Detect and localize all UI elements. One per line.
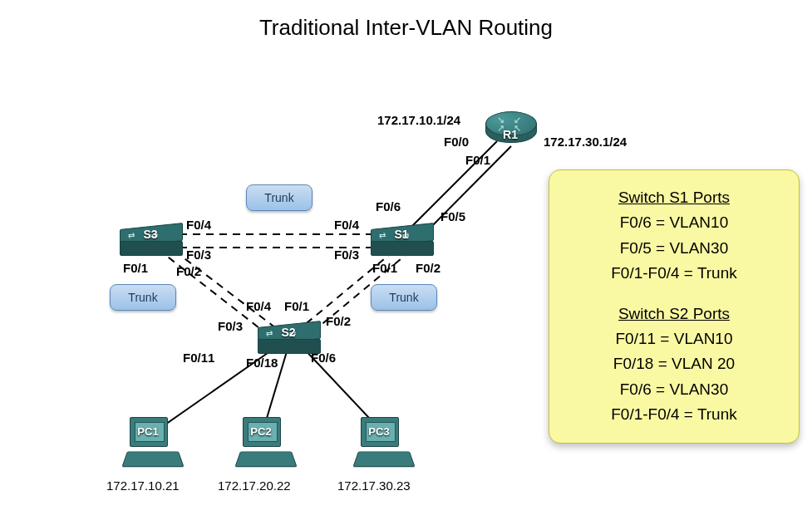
legend-s2-line-1: F0/18 = VLAN 20 xyxy=(569,351,779,376)
r1-port-f00: F0/0 xyxy=(444,135,469,149)
legend-box: Switch S1 Ports F0/6 = VLAN10 F0/5 = VLA… xyxy=(549,169,800,444)
diagram-canvas: Traditional Inter-VLAN Routing ↘ ↙ ↗ ↖ R… xyxy=(0,0,812,525)
s1-port-f02: F0/2 xyxy=(416,261,440,275)
pc3: PC3 xyxy=(356,417,414,473)
s1-port-f04: F0/4 xyxy=(334,218,359,232)
legend-s1-line-1: F0/5 = VLAN30 xyxy=(569,236,779,261)
s2-port-f03: F0/3 xyxy=(218,319,243,333)
legend-s1-title: Switch S1 Ports xyxy=(569,185,779,210)
s3-port-f04: F0/4 xyxy=(186,218,211,232)
router-r1: ↘ ↙ ↗ ↖ R1 xyxy=(485,111,535,148)
pc1-ip: 172.17.10.21 xyxy=(106,478,180,493)
pc2-ip: 172.17.20.22 xyxy=(218,478,291,493)
s2-port-f018: F0/18 xyxy=(246,356,278,370)
s2-port-f011: F0/11 xyxy=(183,351,214,365)
legend-s2-line-0: F0/11 = VLAN10 xyxy=(569,326,779,351)
s3-port-f02: F0/2 xyxy=(176,264,201,278)
switch-s3-label: S3 xyxy=(120,228,181,241)
r1-ip-right: 172.17.30.1/24 xyxy=(544,135,627,149)
router-label: R1 xyxy=(485,128,535,141)
pc2-label: PC2 xyxy=(241,425,281,438)
trunk-badge-left: Trunk xyxy=(110,284,176,311)
s3-port-f03: F0/3 xyxy=(186,248,211,262)
legend-s2-title: Switch S2 Ports xyxy=(569,302,779,326)
pc3-ip: 172.17.30.23 xyxy=(337,478,411,493)
legend-s1-line-2: F0/1-F0/4 = Trunk xyxy=(569,261,779,286)
switch-s1: ⇄⇄ S1 xyxy=(371,229,432,254)
r1-port-f01: F0/1 xyxy=(465,153,490,167)
s2-port-f04: F0/4 xyxy=(246,299,271,313)
s2-port-f06: F0/6 xyxy=(311,351,336,365)
pc1: PC1 xyxy=(125,417,183,473)
s2-port-f02: F0/2 xyxy=(326,314,351,328)
trunk-badge-top: Trunk xyxy=(246,184,312,211)
s1-port-f03: F0/3 xyxy=(334,248,359,262)
r1-ip-left: 172.17.10.1/24 xyxy=(377,113,460,127)
s1-port-f01: F0/1 xyxy=(372,261,397,275)
pc3-label: PC3 xyxy=(359,425,399,438)
legend-s2-line-3: F0/1-F0/4 = Trunk xyxy=(569,402,779,427)
s1-port-f06: F0/6 xyxy=(376,199,401,213)
trunk-badge-right: Trunk xyxy=(371,284,437,311)
diagram-title: Traditional Inter-VLAN Routing xyxy=(0,15,812,41)
legend-s2-line-2: F0/6 = VLAN30 xyxy=(569,377,779,402)
s2-port-f01: F0/1 xyxy=(284,299,309,313)
switch-s2-label: S2 xyxy=(258,326,319,339)
s3-port-f01: F0/1 xyxy=(123,261,148,275)
switch-s1-label: S1 xyxy=(371,228,432,241)
pc1-label: PC1 xyxy=(128,425,168,438)
s1-port-f05: F0/5 xyxy=(440,209,465,223)
pc2: PC2 xyxy=(238,417,296,473)
legend-s1-line-0: F0/6 = VLAN10 xyxy=(569,210,779,235)
switch-s3: ⇄⇄ S3 xyxy=(120,229,181,254)
switch-s2: ⇄⇄ S2 xyxy=(258,327,319,352)
